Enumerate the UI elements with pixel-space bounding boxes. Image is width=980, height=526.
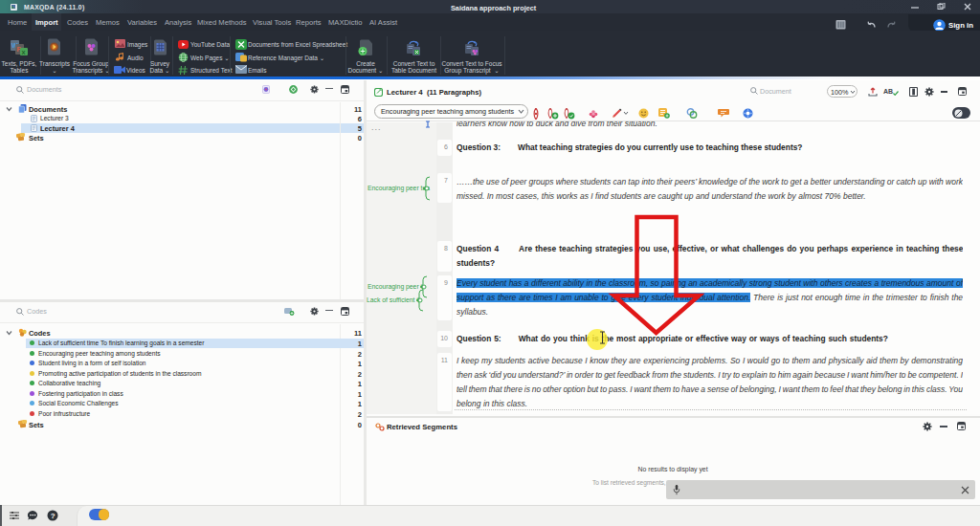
svg-text:X: X bbox=[22, 50, 26, 55]
svg-text:?: ? bbox=[51, 512, 56, 520]
